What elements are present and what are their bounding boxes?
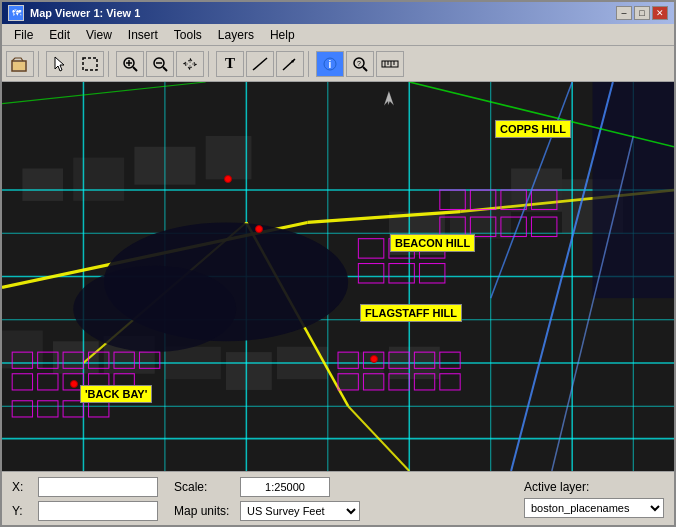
title-bar-left: 🗺 Map Viewer 1: View 1 xyxy=(8,5,140,21)
identify-button[interactable]: i xyxy=(316,51,344,77)
active-layer-select-row: boston_placenames streets buildings parc… xyxy=(524,498,664,518)
title-bar: 🗺 Map Viewer 1: View 1 – □ ✕ xyxy=(2,2,674,24)
app-icon: 🗺 xyxy=(8,5,24,21)
main-window: 🗺 Map Viewer 1: View 1 – □ ✕ File Edit V… xyxy=(0,0,676,527)
scale-section: Scale: Map units: US Survey Feet Meters … xyxy=(174,477,360,521)
svg-line-9 xyxy=(163,67,167,71)
back-bay-label: 'BACK BAY' xyxy=(80,385,152,403)
status-bar: X: Y: Scale: Map units: US Survey Feet M… xyxy=(2,471,674,525)
svg-rect-35 xyxy=(226,352,272,390)
arrow-button[interactable] xyxy=(276,51,304,77)
text-button[interactable]: T xyxy=(216,51,244,77)
red-dot-1 xyxy=(224,175,232,183)
y-label: Y: xyxy=(12,504,32,518)
line-button[interactable] xyxy=(246,51,274,77)
menu-insert[interactable]: Insert xyxy=(120,26,166,44)
scale-input[interactable] xyxy=(240,477,330,497)
svg-rect-1 xyxy=(13,62,25,70)
svg-text:?: ? xyxy=(357,60,361,67)
x-input[interactable] xyxy=(38,477,158,497)
separator-3 xyxy=(208,51,212,77)
menu-bar: File Edit View Insert Tools Layers Help xyxy=(2,24,674,46)
active-layer-label: Active layer: xyxy=(524,480,589,494)
map-container[interactable]: COPPS HILL BEACON HILL FLAGSTAFF HILL 'B… xyxy=(2,82,674,471)
toolbar: T i ? xyxy=(2,46,674,82)
title-buttons: – □ ✕ xyxy=(616,6,668,20)
active-layer-section: Active layer: boston_placenames streets … xyxy=(524,480,664,518)
select-button[interactable] xyxy=(76,51,104,77)
menu-help[interactable]: Help xyxy=(262,26,303,44)
coordinate-field: X: Y: xyxy=(12,477,158,521)
svg-rect-26 xyxy=(206,136,252,179)
minimize-button[interactable]: – xyxy=(616,6,632,20)
pointer-button[interactable] xyxy=(46,51,74,77)
menu-tools[interactable]: Tools xyxy=(166,26,210,44)
y-row: Y: xyxy=(12,501,158,521)
svg-rect-28 xyxy=(450,190,511,239)
close-button[interactable]: ✕ xyxy=(652,6,668,20)
x-row: X: xyxy=(12,477,158,497)
open-button[interactable] xyxy=(6,51,34,77)
window-title: Map Viewer 1: View 1 xyxy=(30,7,140,19)
red-dot-2 xyxy=(255,225,263,233)
pan-button[interactable] xyxy=(176,51,204,77)
map-units-select[interactable]: US Survey Feet Meters Feet Decimal Degre… xyxy=(240,501,360,521)
svg-rect-2 xyxy=(83,58,97,70)
flagstaff-hill-label: FLAGSTAFF HILL xyxy=(360,304,462,322)
scale-row: Scale: xyxy=(174,477,360,497)
maximize-button[interactable]: □ xyxy=(634,6,650,20)
menu-view[interactable]: View xyxy=(78,26,120,44)
svg-line-10 xyxy=(253,58,267,70)
active-layer-select[interactable]: boston_placenames streets buildings parc… xyxy=(524,498,664,518)
zoom-in-button[interactable] xyxy=(116,51,144,77)
menu-edit[interactable]: Edit xyxy=(41,26,78,44)
units-row: Map units: US Survey Feet Meters Feet De… xyxy=(174,501,360,521)
menu-layers[interactable]: Layers xyxy=(210,26,262,44)
svg-point-61 xyxy=(73,266,236,352)
svg-rect-24 xyxy=(73,158,124,201)
svg-text:i: i xyxy=(329,59,332,70)
measure-button[interactable] xyxy=(376,51,404,77)
x-label: X: xyxy=(12,480,32,494)
svg-rect-23 xyxy=(22,168,63,200)
y-input[interactable] xyxy=(38,501,158,521)
active-layer-label-row: Active layer: xyxy=(524,480,664,494)
svg-line-15 xyxy=(363,67,367,71)
copps-hill-label: COPPS HILL xyxy=(495,120,571,138)
separator-2 xyxy=(108,51,112,77)
red-dot-4 xyxy=(70,380,78,388)
scale-label: Scale: xyxy=(174,480,234,494)
find-button[interactable]: ? xyxy=(346,51,374,77)
menu-file[interactable]: File xyxy=(6,26,41,44)
svg-line-6 xyxy=(133,67,137,71)
map-units-label: Map units: xyxy=(174,504,234,518)
separator-1 xyxy=(38,51,42,77)
beacon-hill-label: BEACON HILL xyxy=(390,234,475,252)
separator-4 xyxy=(308,51,312,77)
red-dot-3 xyxy=(370,355,378,363)
map-overlay xyxy=(2,82,674,471)
svg-rect-17 xyxy=(382,61,398,67)
zoom-out-button[interactable] xyxy=(146,51,174,77)
